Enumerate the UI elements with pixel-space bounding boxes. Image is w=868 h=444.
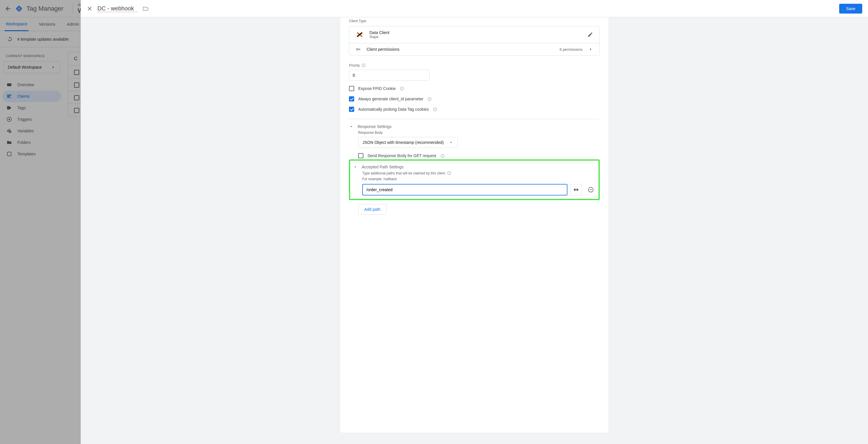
- client-type-row[interactable]: Data Client Stape: [349, 26, 599, 43]
- help-icon[interactable]: ?: [427, 97, 432, 101]
- key-icon: [355, 47, 361, 52]
- response-settings-title: Response Settings: [358, 124, 392, 129]
- client-id-row[interactable]: Always generate client_id parameter ?: [349, 96, 600, 101]
- send-get-label: Send Response Body for GET request: [367, 153, 436, 158]
- client-type-box: Data Client Stape Client permissions 6 p…: [349, 26, 600, 56]
- dropdown-arrow-icon: [449, 140, 453, 145]
- help-icon[interactable]: ?: [440, 154, 445, 158]
- modal-header: Save: [81, 0, 868, 17]
- response-settings-header[interactable]: Response Settings: [349, 119, 600, 130]
- permissions-label: Client permissions: [367, 47, 399, 52]
- priority-input[interactable]: [349, 70, 430, 81]
- response-body-value: JSON Object with timestamp (recommended): [363, 140, 444, 145]
- config-card: Client Type Data Client Stape Client per: [340, 17, 608, 164]
- modal-body: Client Type Data Client Stape Client per: [81, 17, 868, 164]
- client-id-checkbox[interactable]: [349, 96, 354, 101]
- response-body-select[interactable]: JSON Object with timestamp (recommended): [358, 137, 458, 148]
- auto-prolong-row[interactable]: Automatically prolong Data Tag cookies ?: [349, 107, 600, 112]
- client-type-label: Client Type: [349, 19, 600, 23]
- send-get-checkbox[interactable]: [358, 153, 363, 158]
- save-button[interactable]: Save: [839, 4, 862, 13]
- expose-fpid-row[interactable]: Expose FPID Cookie ?: [349, 86, 600, 91]
- expose-fpid-checkbox[interactable]: [349, 86, 354, 91]
- expose-fpid-label: Expose FPID Cookie: [358, 86, 396, 91]
- client-name: Data Client: [369, 30, 389, 35]
- svg-point-6: [356, 49, 358, 50]
- client-permissions-row[interactable]: Client permissions 6 permissions: [349, 43, 599, 55]
- client-provider: Stape: [369, 35, 389, 39]
- svg-text:?: ?: [363, 64, 364, 67]
- client-name-input[interactable]: [97, 5, 138, 12]
- svg-text:?: ?: [429, 98, 430, 100]
- data-client-icon: [355, 31, 364, 39]
- client-id-label: Always generate client_id parameter: [358, 96, 423, 101]
- help-icon[interactable]: ?: [433, 107, 437, 112]
- help-icon[interactable]: ?: [400, 87, 404, 91]
- priority-label: Priority ?: [349, 63, 600, 67]
- accepted-path-highlight: Accepted Path Settings Type additional p…: [349, 159, 600, 164]
- auto-prolong-checkbox[interactable]: [349, 107, 354, 112]
- response-body-label: Response Body: [358, 130, 600, 135]
- client-editor-modal: Save Client Type Data Client Stape: [81, 0, 868, 164]
- help-icon[interactable]: ?: [361, 63, 366, 67]
- send-get-row[interactable]: Send Response Body for GET request ?: [358, 153, 600, 158]
- svg-text:?: ?: [442, 154, 443, 157]
- permissions-count: 6 permissions: [560, 47, 583, 52]
- chevron-down-icon: [349, 124, 353, 129]
- svg-text:?: ?: [434, 108, 435, 111]
- edit-icon[interactable]: [587, 32, 593, 37]
- auto-prolong-label: Automatically prolong Data Tag cookies: [358, 107, 429, 112]
- chevron-right-icon: [588, 47, 593, 52]
- svg-text:?: ?: [401, 87, 402, 90]
- folder-icon[interactable]: [142, 5, 149, 12]
- close-icon[interactable]: [87, 5, 93, 12]
- accepted-path-header[interactable]: Accepted Path Settings: [353, 163, 594, 164]
